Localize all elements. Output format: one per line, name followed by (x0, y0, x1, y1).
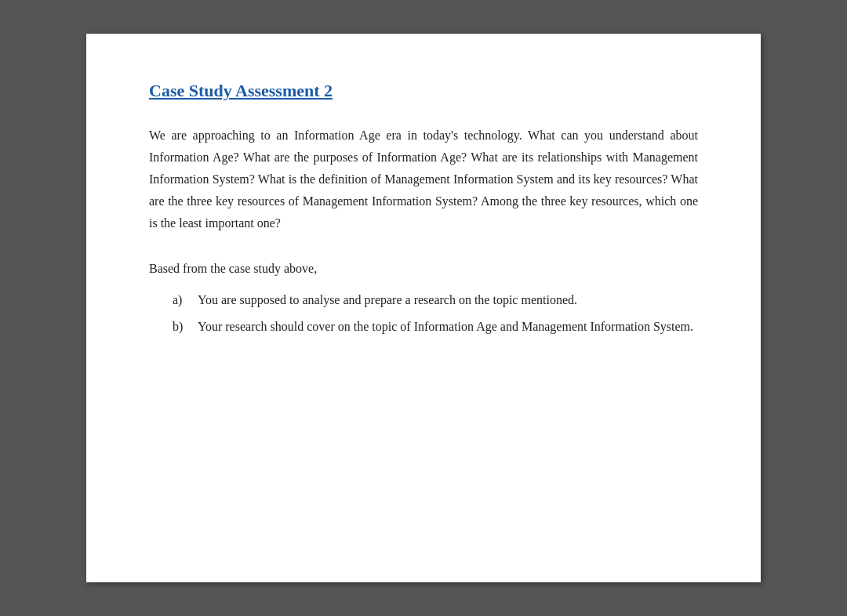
based-intro-text: Based from the case study above, (149, 258, 698, 280)
list-content-b: Your research should cover on the topic … (198, 316, 698, 338)
assignment-list: a) You are supposed to analyse and prepa… (173, 289, 698, 338)
list-item: a) You are supposed to analyse and prepa… (173, 289, 698, 311)
list-label-b: b) (173, 316, 191, 338)
document-page: Case Study Assessment 2 We are approachi… (86, 34, 761, 582)
document-title: Case Study Assessment 2 (149, 81, 698, 101)
list-item: b) Your research should cover on the top… (173, 316, 698, 338)
main-paragraph: We are approaching to an Information Age… (149, 125, 698, 234)
list-content-a: You are supposed to analyse and prepare … (198, 289, 698, 311)
list-label-a: a) (173, 289, 191, 311)
